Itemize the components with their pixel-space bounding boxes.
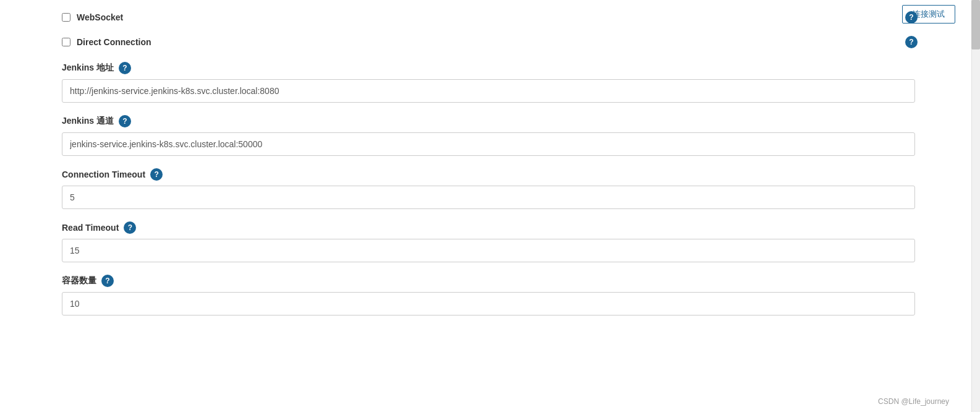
- websocket-checkbox[interactable]: [62, 13, 70, 22]
- scrollbar-thumb[interactable]: [971, 0, 980, 49]
- page-container: 连接测试 WebSocket ? Direct Connection ? Jen…: [0, 0, 980, 412]
- connection-timeout-input[interactable]: [62, 186, 915, 209]
- connection-timeout-label-row: Connection Timeout ?: [62, 168, 927, 181]
- direct-connection-label[interactable]: Direct Connection: [77, 37, 151, 47]
- websocket-label[interactable]: WebSocket: [77, 12, 123, 22]
- direct-connection-help-icon[interactable]: ?: [905, 36, 918, 48]
- read-timeout-field: Read Timeout ?: [62, 221, 927, 262]
- read-timeout-label-row: Read Timeout ?: [62, 221, 927, 234]
- jenkins-address-field: Jenkins 地址 ?: [62, 62, 927, 103]
- jenkins-channel-label-row: Jenkins 通道 ?: [62, 115, 927, 127]
- read-timeout-input[interactable]: [62, 239, 915, 262]
- jenkins-address-input[interactable]: [62, 79, 915, 103]
- direct-connection-row: Direct Connection ?: [62, 37, 927, 47]
- jenkins-channel-help-icon[interactable]: ?: [119, 115, 131, 127]
- jenkins-address-help-icon[interactable]: ?: [119, 62, 131, 74]
- websocket-help-icon[interactable]: ?: [905, 11, 918, 24]
- jenkins-channel-label: Jenkins 通道: [62, 116, 114, 127]
- container-count-field: 容器数量 ?: [62, 275, 927, 315]
- container-count-input[interactable]: [62, 292, 915, 315]
- container-count-label-row: 容器数量 ?: [62, 275, 927, 287]
- direct-connection-checkbox[interactable]: [62, 38, 70, 46]
- container-count-label: 容器数量: [62, 275, 96, 286]
- watermark: CSDN @Life_journey: [878, 397, 949, 406]
- connection-timeout-help-icon[interactable]: ?: [150, 168, 163, 181]
- read-timeout-label: Read Timeout: [62, 223, 119, 233]
- jenkins-address-label: Jenkins 地址: [62, 62, 114, 74]
- connection-timeout-label: Connection Timeout: [62, 170, 145, 179]
- read-timeout-help-icon[interactable]: ?: [124, 221, 136, 234]
- websocket-row: WebSocket ?: [62, 12, 927, 22]
- jenkins-channel-field: Jenkins 通道 ?: [62, 115, 927, 156]
- container-count-help-icon[interactable]: ?: [101, 275, 114, 287]
- connection-timeout-field: Connection Timeout ?: [62, 168, 927, 209]
- jenkins-channel-input[interactable]: [62, 132, 915, 156]
- jenkins-address-label-row: Jenkins 地址 ?: [62, 62, 927, 74]
- main-content: WebSocket ? Direct Connection ? Jenkins …: [0, 6, 952, 340]
- scrollbar-track[interactable]: [971, 0, 980, 412]
